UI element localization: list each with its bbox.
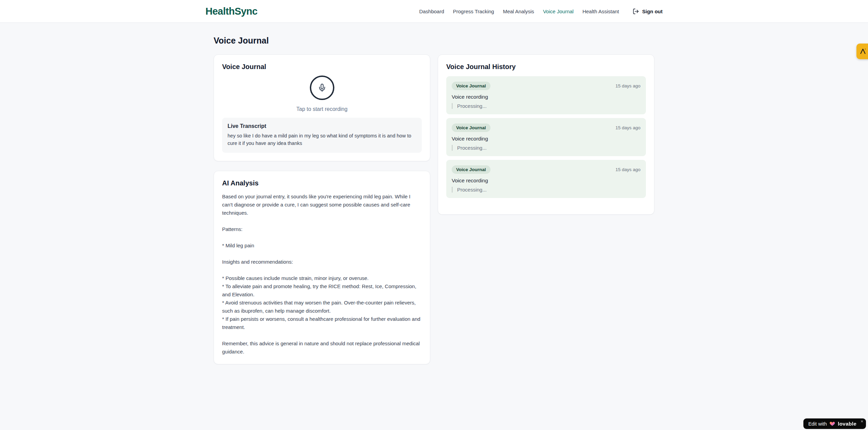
lambda-logo-icon (859, 48, 867, 55)
heart-icon (829, 421, 835, 427)
entry-title: Voice recording (452, 136, 640, 142)
history-entry[interactable]: Voice Journal 15 days ago Voice recordin… (446, 160, 646, 198)
history-entry[interactable]: Voice Journal 15 days ago Voice recordin… (446, 76, 646, 114)
nav-dashboard[interactable]: Dashboard (419, 9, 444, 14)
lovable-edit-badge[interactable]: Edit with lovable × (803, 418, 866, 429)
entry-status: Processing... (452, 145, 640, 151)
nav-health-assistant[interactable]: Health Assistant (582, 9, 619, 14)
lovable-brand-label: lovable (838, 421, 856, 427)
main-nav: Dashboard Progress Tracking Meal Analysi… (419, 8, 663, 15)
entry-type-badge: Voice Journal (452, 165, 490, 174)
sign-out-label: Sign out (642, 9, 663, 14)
history-entry[interactable]: Voice Journal 15 days ago Voice recordin… (446, 118, 646, 156)
ai-analysis-title: AI Analysis (222, 179, 422, 187)
ai-analysis-text: Based on your journal entry, it sounds l… (222, 193, 422, 356)
tap-to-record-hint: Tap to start recording (296, 106, 347, 112)
side-panel-button[interactable] (856, 44, 868, 59)
entry-title: Voice recording (452, 94, 640, 100)
close-icon[interactable]: × (861, 419, 863, 424)
recorder-card-title: Voice Journal (222, 63, 422, 71)
history-card-title: Voice Journal History (446, 63, 646, 71)
live-transcript-box: Live Transcript hey so like I do have a … (222, 118, 422, 153)
app-header: HealthSync Dashboard Progress Tracking M… (0, 0, 868, 23)
sign-out-button[interactable]: Sign out (633, 8, 663, 15)
log-out-icon (633, 8, 639, 15)
nav-progress-tracking[interactable]: Progress Tracking (453, 9, 494, 14)
entry-type-badge: Voice Journal (452, 82, 490, 90)
main-content: Voice Journal Voice Journal Tap to start… (214, 23, 654, 364)
live-transcript-title: Live Transcript (228, 123, 416, 129)
nav-meal-analysis[interactable]: Meal Analysis (503, 9, 534, 14)
entry-timestamp: 15 days ago (615, 167, 640, 172)
entry-type-badge: Voice Journal (452, 123, 490, 132)
entry-status: Processing... (452, 103, 640, 109)
entry-title: Voice recording (452, 178, 640, 184)
recorder-card: Voice Journal Tap to start recording Liv… (214, 54, 430, 161)
live-transcript-text: hey so like I do have a mild pain in my … (228, 132, 416, 147)
ai-analysis-card: AI Analysis Based on your journal entry,… (214, 171, 430, 364)
entry-status: Processing... (452, 187, 640, 193)
record-button[interactable] (310, 76, 334, 100)
brand-logo[interactable]: HealthSync (205, 6, 257, 17)
edit-with-label: Edit with (808, 421, 827, 427)
history-entries: Voice Journal 15 days ago Voice recordin… (446, 76, 646, 198)
microphone-icon (318, 83, 327, 92)
entry-timestamp: 15 days ago (615, 125, 640, 130)
history-card: Voice Journal History Voice Journal 15 d… (438, 54, 654, 215)
page-title: Voice Journal (214, 36, 654, 46)
nav-voice-journal[interactable]: Voice Journal (543, 9, 573, 14)
entry-timestamp: 15 days ago (615, 83, 640, 88)
